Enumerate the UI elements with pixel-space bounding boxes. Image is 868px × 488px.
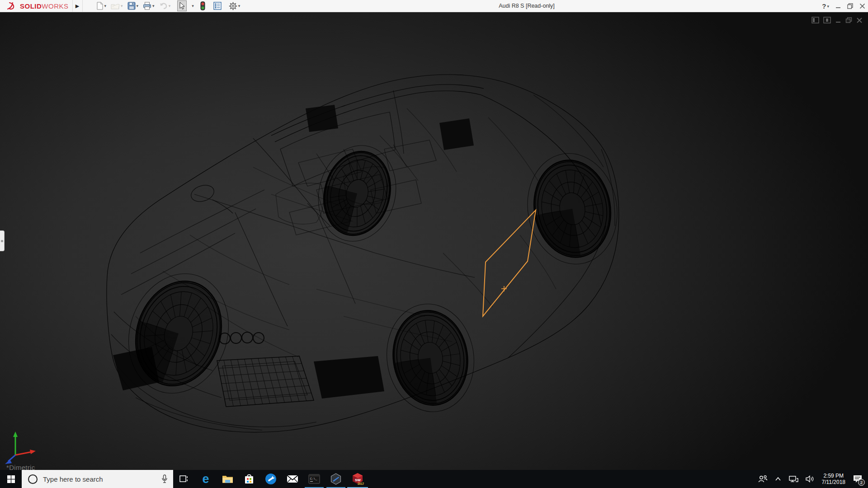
svg-text:C:\_: C:\_ bbox=[310, 478, 317, 481]
file-properties-button[interactable] bbox=[212, 0, 223, 11]
brand-solid: SOLID bbox=[20, 2, 42, 10]
chevron-down-icon[interactable]: ▾ bbox=[104, 4, 107, 8]
system-tray: 2:59 PM 7/11/2018 2 bbox=[754, 470, 868, 488]
windows-logo-icon bbox=[7, 475, 15, 483]
svg-text:SW: SW bbox=[355, 478, 361, 482]
support-wrench-icon bbox=[265, 473, 277, 485]
search-input[interactable] bbox=[43, 475, 151, 483]
solidworks-2017-icon: SW 2017 bbox=[351, 473, 364, 485]
network-icon bbox=[788, 475, 798, 483]
orientation-triad bbox=[4, 429, 44, 467]
selected-sketch-outline[interactable] bbox=[483, 210, 536, 316]
people-button[interactable] bbox=[754, 470, 771, 488]
minimize-button[interactable] bbox=[835, 4, 841, 9]
clock-time: 2:59 PM bbox=[822, 473, 846, 479]
solidworks-logo: SOLIDWORKS bbox=[0, 0, 73, 12]
people-icon bbox=[758, 475, 768, 483]
windows-taskbar: e C:\_ bbox=[0, 470, 868, 488]
menu-flyout-arrow[interactable]: ▶ bbox=[73, 0, 83, 12]
title-bar: SOLIDWORKS ▶ ▾ ▾ ▾ bbox=[0, 0, 868, 12]
chevron-down-icon: ▾ bbox=[192, 4, 194, 8]
chevron-down-icon[interactable]: ▾ bbox=[827, 4, 829, 9]
microphone-icon[interactable] bbox=[161, 474, 168, 483]
undo-button[interactable]: ▾ bbox=[158, 0, 172, 11]
save-button[interactable]: ▾ bbox=[126, 0, 140, 11]
open-folder-icon bbox=[111, 2, 120, 10]
close-button[interactable] bbox=[859, 3, 865, 9]
edge-icon: e bbox=[199, 473, 212, 485]
store-icon bbox=[244, 474, 255, 484]
file-properties-icon bbox=[213, 2, 222, 10]
ds-swoosh-icon bbox=[6, 1, 18, 10]
rebuild-traffic-light-icon bbox=[200, 1, 205, 10]
window-controls: ? ▾ bbox=[822, 0, 865, 12]
start-button[interactable] bbox=[0, 470, 22, 488]
save-floppy-icon bbox=[127, 2, 136, 10]
command-prompt-icon: C:\_ bbox=[308, 474, 320, 484]
hidden-icons-button[interactable] bbox=[771, 470, 785, 488]
mail-icon bbox=[287, 474, 298, 483]
new-document-button[interactable]: ▾ bbox=[94, 0, 108, 11]
options-gear-icon bbox=[229, 2, 237, 10]
sketch-origin-marker bbox=[501, 286, 507, 291]
rebuild-button[interactable] bbox=[199, 0, 207, 11]
edge-button[interactable]: e bbox=[195, 470, 217, 488]
solidworks-2017-button[interactable]: SW 2017 bbox=[347, 470, 368, 488]
chevron-down-icon[interactable]: ▾ bbox=[152, 4, 155, 8]
task-view-icon bbox=[179, 474, 189, 483]
select-cursor-icon bbox=[179, 2, 185, 10]
action-center-button[interactable]: 2 bbox=[849, 470, 868, 488]
hexagon-app-icon bbox=[330, 473, 342, 485]
hexagon-app-button[interactable] bbox=[325, 470, 347, 488]
brand-works: WORKS bbox=[42, 2, 68, 10]
volume-button[interactable] bbox=[802, 470, 818, 488]
clock-date: 7/11/2018 bbox=[822, 479, 846, 485]
graphics-viewport[interactable]: *Dimetric bbox=[0, 12, 868, 470]
store-button[interactable] bbox=[238, 470, 260, 488]
command-prompt-button[interactable]: C:\_ bbox=[303, 470, 325, 488]
chevron-down-icon: ▾ bbox=[121, 4, 123, 8]
mail-button[interactable] bbox=[282, 470, 303, 488]
notification-badge: 2 bbox=[858, 479, 865, 486]
select-tool-button[interactable] bbox=[177, 0, 187, 11]
right-intake-shadow bbox=[314, 356, 384, 399]
print-button[interactable]: ▾ bbox=[142, 0, 156, 11]
undo-arrow-icon bbox=[159, 2, 168, 9]
help-button[interactable]: ? ▾ bbox=[822, 2, 829, 10]
task-view-button[interactable] bbox=[173, 470, 195, 488]
open-button[interactable]: ▾ bbox=[109, 0, 124, 11]
view-orientation-label: *Dimetric bbox=[6, 464, 35, 470]
svg-text:2017: 2017 bbox=[358, 482, 364, 485]
options-button[interactable]: ▾ bbox=[227, 0, 242, 11]
support-wrench-button[interactable] bbox=[260, 470, 282, 488]
file-explorer-icon bbox=[222, 474, 233, 484]
file-explorer-button[interactable] bbox=[217, 470, 238, 488]
volume-icon bbox=[806, 475, 815, 483]
chevron-down-icon[interactable]: ▾ bbox=[238, 4, 241, 8]
chevron-down-icon[interactable]: ▾ bbox=[137, 4, 139, 8]
chevron-down-icon: ▾ bbox=[169, 4, 171, 8]
svg-text:e: e bbox=[202, 473, 209, 485]
select-tool-dropdown[interactable]: ▾ bbox=[189, 0, 196, 11]
network-button[interactable] bbox=[785, 470, 802, 488]
restore-button[interactable] bbox=[847, 3, 853, 9]
window-title: Audi R8 S [Read-only] bbox=[499, 0, 555, 12]
car-wireframe-model[interactable] bbox=[0, 12, 868, 470]
quick-toolbar: ▾ ▾ ▾ ▾ ▾ bbox=[94, 0, 244, 12]
new-document-icon bbox=[96, 2, 104, 10]
help-question-icon: ? bbox=[822, 2, 826, 10]
cortana-icon[interactable] bbox=[28, 474, 38, 484]
chevron-up-icon bbox=[775, 477, 781, 481]
print-icon bbox=[143, 2, 151, 10]
taskbar-search[interactable] bbox=[22, 470, 173, 488]
taskbar-clock[interactable]: 2:59 PM 7/11/2018 bbox=[818, 473, 849, 485]
